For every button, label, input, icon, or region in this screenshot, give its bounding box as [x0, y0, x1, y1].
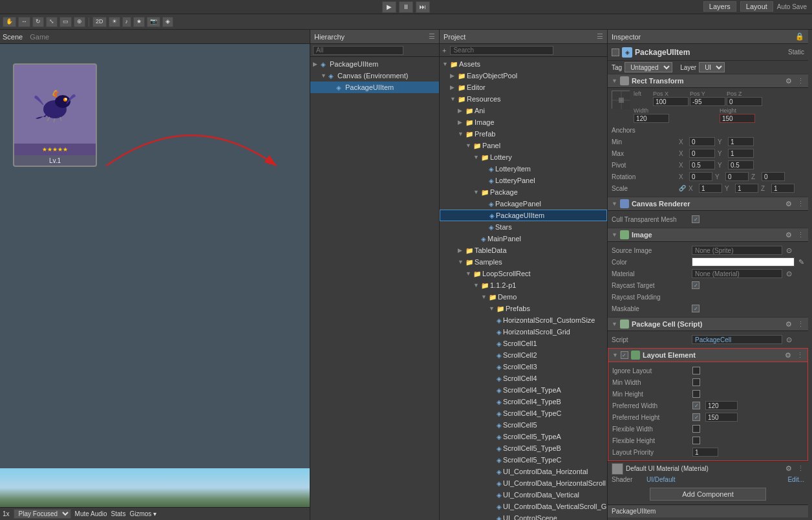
proj-loopscrollrect[interactable]: ▼ 📁 LoopScrollRect: [440, 268, 607, 279]
proj-scrollcell4b[interactable]: ◈ ScrollCell4_TypeB: [440, 396, 607, 407]
proj-ui-control-h[interactable]: ◈ UI_ControlData_Horizontal: [440, 466, 607, 477]
proj-scrollcell5b[interactable]: ◈ ScrollCell5_TypeB: [440, 442, 607, 454]
pc-options[interactable]: ⋮: [797, 320, 804, 329]
proj-prefab[interactable]: ▼ 📁 Prefab: [440, 128, 607, 140]
proj-scrollcell1[interactable]: ◈ ScrollCell1: [440, 338, 607, 349]
proj-packagepanel[interactable]: ◈ PackagePanel: [440, 198, 607, 210]
hand-tool[interactable]: ✋: [3, 17, 16, 27]
proj-hscroll-custom[interactable]: ◈ HorizontalScroll_CustomSize: [440, 314, 607, 326]
proj-ani[interactable]: ▶ 📁 Ani: [440, 105, 607, 116]
proj-stars[interactable]: ◈ Stars: [440, 221, 607, 233]
proj-scrollcell3[interactable]: ◈ ScrollCell3: [440, 361, 607, 373]
pos-y-input[interactable]: [690, 97, 725, 106]
proj-easypool[interactable]: ▶ 📁 EasyObjectPool: [440, 70, 607, 81]
tag-dropdown[interactable]: Untagged: [625, 62, 672, 72]
proj-ui-controlscene[interactable]: ◈ UI_ControlScene: [440, 512, 607, 520]
cull-checkbox[interactable]: ✓: [692, 215, 700, 223]
rot-y[interactable]: [725, 172, 749, 181]
gizmos-btn[interactable]: ◈: [162, 17, 173, 27]
proj-panel[interactable]: ▼ 📁 Panel: [440, 140, 607, 151]
pivot-x[interactable]: [689, 160, 715, 169]
layer-dropdown[interactable]: UI: [699, 62, 725, 72]
proj-demoprefabs[interactable]: ▼ 📁 Prefabs: [440, 303, 607, 314]
height-input[interactable]: [720, 114, 755, 123]
ignore-layout-checkbox[interactable]: [692, 367, 700, 374]
proj-scrollcell4[interactable]: ◈ ScrollCell4: [440, 373, 607, 384]
cr-gear[interactable]: ⚙: [785, 200, 792, 208]
pc-gear[interactable]: ⚙: [785, 320, 792, 329]
layout-dropdown[interactable]: Layout: [740, 1, 773, 12]
source-image-select[interactable]: ⊙: [786, 246, 792, 255]
maskable-checkbox[interactable]: ✓: [692, 305, 700, 312]
proj-scrollcell2[interactable]: ◈ ScrollCell2: [440, 349, 607, 361]
proj-lottery[interactable]: ▼ 📁 Lottery: [440, 151, 607, 163]
anchor-min-y[interactable]: [728, 137, 754, 146]
scale-y[interactable]: [735, 184, 758, 193]
material-value[interactable]: None (Material): [692, 269, 782, 278]
proj-lotteryitem[interactable]: ◈ LotteryItem: [440, 163, 607, 175]
2d-toggle[interactable]: 2D: [92, 17, 107, 27]
color-pick[interactable]: ✎: [798, 258, 804, 266]
le-gear[interactable]: ⚙: [785, 351, 791, 360]
add-component-button[interactable]: Add Component: [650, 488, 766, 501]
anchor-max-y[interactable]: [728, 149, 754, 158]
min-width-checkbox[interactable]: [692, 378, 700, 386]
hierarchy-menu[interactable]: ☰: [429, 32, 435, 41]
package-cell-header[interactable]: ▼ Package Cell (Script) ⚙ ⋮: [608, 317, 808, 331]
material-options[interactable]: ⋮: [797, 464, 804, 473]
pos-x-input[interactable]: [653, 97, 689, 106]
shader-edit[interactable]: Edit...: [787, 476, 804, 483]
flexible-height-checkbox[interactable]: [692, 437, 700, 444]
preferred-height-input[interactable]: [705, 413, 738, 422]
color-swatch[interactable]: [692, 257, 795, 266]
raycast-checkbox[interactable]: ✓: [692, 281, 700, 289]
rotate-tool[interactable]: ↻: [32, 17, 44, 27]
proj-tabledata[interactable]: ▶ 📁 TableData: [440, 244, 607, 256]
le-enable-checkbox[interactable]: ✓: [621, 351, 628, 359]
proj-scrollcell4a[interactable]: ◈ ScrollCell4_TypeA: [440, 384, 607, 396]
scale-z[interactable]: [771, 184, 795, 193]
proj-scrollcell5a[interactable]: ◈ ScrollCell5_TypeA: [440, 431, 607, 442]
width-input[interactable]: [634, 114, 669, 123]
scale-tool[interactable]: ⤡: [46, 17, 58, 27]
cr-options[interactable]: ⋮: [797, 200, 804, 208]
script-select[interactable]: ⊙: [786, 336, 792, 344]
proj-demo[interactable]: ▼ 📁 Demo: [440, 291, 607, 303]
proj-resources[interactable]: ▼ 📁 Resources: [440, 93, 607, 105]
proj-scrollcell5[interactable]: ◈ ScrollCell5: [440, 419, 607, 431]
tree-item-package-root[interactable]: ▶ ◈ PackageUIItem: [310, 58, 439, 70]
layers-dropdown[interactable]: Layers: [703, 1, 736, 12]
proj-packageuiitem[interactable]: ◈ PackageUIItem: [440, 210, 607, 221]
scene-view[interactable]: ★★★★★ Lv.1: [0, 44, 310, 507]
scale-x[interactable]: [699, 184, 722, 193]
add-btn[interactable]: +: [442, 47, 446, 54]
proj-112p1[interactable]: ▼ 📁 1.1.2-p1: [440, 279, 607, 291]
tree-item-canvas[interactable]: ▼ ◈ Canvas (Environment): [310, 70, 439, 81]
image-header[interactable]: ▼ Image ⚙ ⋮: [608, 228, 808, 242]
preferred-width-checkbox[interactable]: ✓: [692, 402, 700, 409]
proj-ui-control-v[interactable]: ◈ UI_ControlData_Vertical: [440, 489, 607, 501]
preferred-width-input[interactable]: [705, 401, 738, 410]
proj-scrollcell5c[interactable]: ◈ ScrollCell5_TypeC: [440, 454, 607, 466]
active-checkbox[interactable]: [612, 49, 619, 56]
flexible-width-checkbox[interactable]: [692, 425, 700, 433]
canvas-renderer-header[interactable]: ▼ Canvas Renderer ⚙ ⋮: [608, 197, 808, 211]
source-image-value[interactable]: None (Sprite): [692, 246, 782, 255]
rt-options[interactable]: ⋮: [797, 77, 804, 85]
proj-mainpanel[interactable]: ◈ MainPanel: [440, 233, 607, 244]
tree-item-package-child[interactable]: ◈ PackageUIItem: [310, 81, 439, 93]
project-search[interactable]: [450, 46, 553, 55]
pause-button[interactable]: ⏸: [399, 1, 413, 13]
le-options[interactable]: ⋮: [796, 351, 804, 360]
transform-tool[interactable]: ⊕: [74, 17, 85, 27]
rect-tool[interactable]: ▭: [59, 17, 72, 27]
material-select[interactable]: ⊙: [786, 270, 792, 278]
proj-package[interactable]: ▼ 📁 Package: [440, 186, 607, 198]
mute-btn[interactable]: Mute Audio: [75, 510, 107, 517]
proj-ui-control-hscroll[interactable]: ◈ UI_ControlData_HorizontalScroll: [440, 477, 607, 489]
rt-gear[interactable]: ⚙: [785, 77, 792, 85]
min-height-checkbox[interactable]: [692, 390, 700, 398]
proj-lotterypanel[interactable]: ◈ LotteryPanel: [440, 175, 607, 186]
lighting-btn[interactable]: ☀: [109, 17, 120, 27]
rot-z[interactable]: [762, 172, 785, 181]
